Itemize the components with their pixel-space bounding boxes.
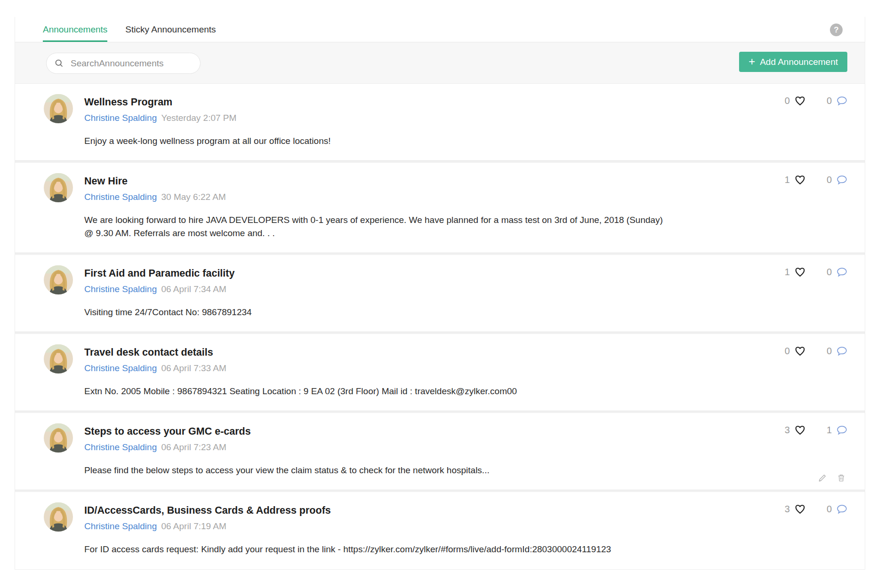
announcement-title: ID/AccessCards, Business Cards & Address… [84, 503, 724, 517]
author-link[interactable]: Christine Spalding [84, 442, 157, 452]
announcement-body: Please find the below steps to access yo… [84, 464, 673, 477]
announcement-meta: Christine Spalding 06 April 7:23 AM [84, 441, 724, 453]
timestamp: 06 April 7:33 AM [161, 363, 226, 373]
announcement-meta: Christine Spalding Yesterday 2:07 PM [84, 112, 724, 124]
announcement-stats: 3 1 [785, 424, 848, 436]
row-actions [818, 473, 846, 483]
announcement-body: For ID access cards request: Kindly add … [84, 543, 673, 556]
comment-bubble-icon[interactable] [836, 174, 848, 186]
likes-stat: 0 [785, 95, 806, 107]
announcement-meta: Christine Spalding 06 April 7:33 AM [84, 362, 724, 374]
tab-sticky-announcements[interactable]: Sticky Announcements [125, 17, 216, 42]
likes-count: 1 [785, 175, 790, 185]
timestamp: 06 April 7:34 AM [161, 284, 226, 294]
announcement-title: Wellness Program [84, 95, 724, 109]
announcement-item[interactable]: Wellness Program Christine Spalding Yest… [15, 84, 865, 161]
comment-bubble-icon[interactable] [836, 345, 848, 357]
author-link[interactable]: Christine Spalding [84, 113, 157, 123]
comment-bubble-icon[interactable] [836, 95, 848, 107]
avatar[interactable] [44, 94, 73, 123]
help-icon[interactable]: ? [830, 24, 843, 36]
likes-count: 0 [785, 346, 790, 357]
announcement-item[interactable]: ID/AccessCards, Business Cards & Address… [15, 490, 865, 569]
announcement-body: Enjoy a week-long wellness program at al… [84, 135, 673, 148]
announcement-title: Steps to access your GMC e-cards [84, 424, 724, 438]
likes-stat: 1 [785, 174, 806, 186]
author-link[interactable]: Christine Spalding [84, 363, 157, 373]
search-input[interactable] [71, 58, 193, 69]
announcement-body: Extn No. 2005 Mobile : 9867894321 Seatin… [84, 385, 673, 398]
author-link[interactable]: Christine Spalding [84, 192, 157, 202]
comments-stat: 0 [827, 174, 848, 186]
search-box[interactable] [46, 53, 201, 74]
heart-icon[interactable] [794, 95, 806, 107]
tab-announcements[interactable]: Announcements [43, 17, 107, 42]
timestamp: 06 April 7:19 AM [161, 521, 226, 531]
comments-count: 1 [827, 425, 832, 436]
heart-icon[interactable] [794, 345, 806, 357]
search-icon [54, 58, 64, 68]
heart-icon[interactable] [794, 266, 806, 278]
toolbar: + Add Announcement [15, 42, 865, 84]
edit-pencil-icon[interactable] [818, 473, 827, 483]
comments-count: 0 [827, 267, 832, 278]
timestamp: 30 May 6:22 AM [161, 192, 225, 202]
announcement-stats: 1 0 [785, 174, 848, 186]
avatar[interactable] [44, 173, 73, 202]
tab-bar: Announcements Sticky Announcements ? [15, 17, 865, 42]
announcement-meta: Christine Spalding 30 May 6:22 AM [84, 191, 724, 203]
likes-count: 1 [785, 267, 790, 278]
likes-stat: 1 [785, 266, 806, 278]
likes-stat: 3 [785, 424, 806, 436]
comments-stat: 0 [827, 345, 848, 357]
announcement-stats: 0 0 [785, 345, 848, 357]
announcement-list: Wellness Program Christine Spalding Yest… [15, 84, 865, 569]
announcement-item[interactable]: Travel desk contact details Christine Sp… [15, 332, 865, 411]
announcement-body: Visiting time 24/7Contact No: 9867891234 [84, 306, 673, 319]
announcement-stats: 1 0 [785, 266, 848, 278]
likes-count: 3 [785, 504, 790, 515]
comments-count: 0 [827, 346, 832, 357]
comment-bubble-icon[interactable] [836, 424, 848, 436]
comments-stat: 0 [827, 95, 848, 107]
announcement-item[interactable]: New Hire Christine Spalding 30 May 6:22 … [15, 161, 865, 253]
avatar[interactable] [44, 265, 73, 294]
likes-stat: 3 [785, 503, 806, 515]
heart-icon[interactable] [794, 503, 806, 515]
comments-stat: 0 [827, 503, 848, 515]
comments-count: 0 [827, 504, 832, 515]
avatar[interactable] [44, 423, 73, 453]
announcement-meta: Christine Spalding 06 April 7:19 AM [84, 520, 724, 532]
comment-bubble-icon[interactable] [836, 266, 848, 278]
comments-count: 0 [827, 175, 832, 185]
add-announcement-label: Add Announcement [760, 57, 838, 67]
announcements-panel: Announcements Sticky Announcements ? + A… [15, 17, 865, 570]
author-link[interactable]: Christine Spalding [84, 284, 157, 294]
announcement-title: First Aid and Paramedic facility [84, 266, 724, 280]
announcement-title: New Hire [84, 174, 724, 188]
comment-bubble-icon[interactable] [836, 503, 848, 515]
author-link[interactable]: Christine Spalding [84, 521, 157, 531]
comments-count: 0 [827, 95, 832, 106]
likes-count: 0 [785, 95, 790, 106]
plus-icon: + [748, 56, 755, 67]
avatar[interactable] [44, 344, 73, 373]
heart-icon[interactable] [794, 424, 806, 436]
announcement-item[interactable]: Steps to access your GMC e-cards Christi… [15, 411, 865, 490]
add-announcement-button[interactable]: + Add Announcement [739, 52, 847, 72]
heart-icon[interactable] [794, 174, 806, 186]
announcement-title: Travel desk contact details [84, 345, 724, 359]
delete-trash-icon[interactable] [837, 473, 846, 483]
announcement-stats: 0 0 [785, 95, 848, 107]
timestamp: Yesterday 2:07 PM [161, 113, 236, 123]
announcement-item[interactable]: First Aid and Paramedic facility Christi… [15, 253, 865, 332]
announcement-body: We are looking forward to hire JAVA DEVE… [84, 214, 673, 240]
timestamp: 06 April 7:23 AM [161, 442, 226, 452]
comments-stat: 1 [827, 424, 848, 436]
likes-count: 3 [785, 425, 790, 436]
likes-stat: 0 [785, 345, 806, 357]
announcement-stats: 3 0 [785, 503, 848, 515]
avatar[interactable] [44, 502, 73, 532]
comments-stat: 0 [827, 266, 848, 278]
announcement-meta: Christine Spalding 06 April 7:34 AM [84, 283, 724, 295]
